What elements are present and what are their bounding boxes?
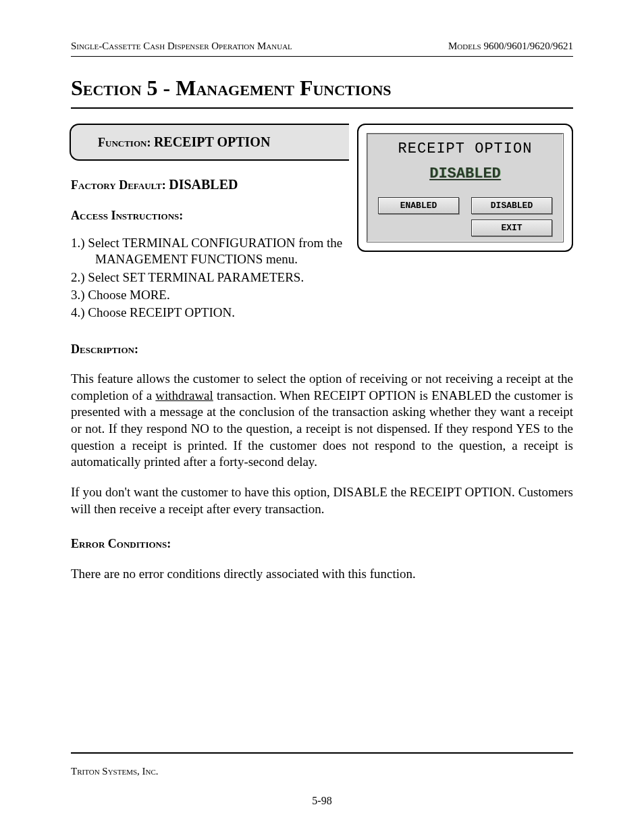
description-label: Description:: [71, 342, 573, 357]
error-conditions-text: There are no error conditions directly a…: [71, 566, 573, 583]
exit-button[interactable]: EXIT: [471, 219, 552, 236]
factory-default-label: Factory Default:: [71, 178, 169, 192]
footer-page-number: 5-98: [71, 795, 573, 807]
factory-default: Factory Default: DISABLED: [71, 177, 349, 192]
description-paragraph-2: If you don't want the customer to have t…: [71, 484, 573, 517]
lcd-title: RECEIPT OPTION: [374, 140, 556, 157]
steps-list: 1.) Select TERMINAL CONFIGURATION from t…: [71, 235, 349, 321]
enabled-button[interactable]: ENABLED: [378, 197, 459, 214]
lcd-panel: RECEIPT OPTION DISABLED ENABLED DISABLED…: [367, 133, 564, 242]
desc-p1-underline: withdrawal: [155, 388, 213, 402]
footer-company: Triton Systems, Inc.: [71, 766, 573, 777]
step-item: 4.) Choose RECEIPT OPTION.: [71, 305, 349, 321]
lcd-status: DISABLED: [374, 165, 556, 182]
section-title: Section 5 - Management Functions: [71, 76, 573, 101]
function-name: RECEIPT OPTION: [154, 134, 270, 149]
step-item: 1.) Select TERMINAL CONFIGURATION from t…: [71, 235, 349, 268]
function-label: Function:: [98, 136, 154, 149]
step-item: 2.) Select SET TERMINAL PARAMETERS.: [71, 269, 349, 286]
error-conditions-label: Error Conditions:: [71, 536, 573, 552]
description-paragraph-1: This feature allows the customer to sele…: [71, 371, 573, 471]
factory-default-value: DISABLED: [169, 177, 238, 192]
function-box: Function: RECEIPT OPTION: [70, 124, 349, 161]
footer-rule: [71, 752, 573, 754]
header-right: Models 9600/9601/9620/9621: [448, 41, 573, 52]
access-instructions-label: Access Instructions:: [71, 209, 349, 223]
step-item: 3.) Choose MORE.: [71, 287, 349, 303]
header-rule: [71, 56, 573, 57]
disabled-button[interactable]: DISABLED: [471, 197, 552, 214]
terminal-screenshot: RECEIPT OPTION DISABLED ENABLED DISABLED…: [357, 124, 573, 252]
title-rule: [71, 107, 573, 109]
header-left: Single-Cassette Cash Dispenser Operation…: [71, 41, 292, 52]
